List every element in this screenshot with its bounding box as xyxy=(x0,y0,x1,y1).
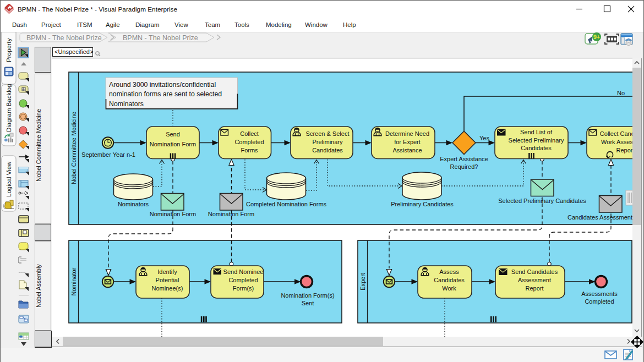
svg-text:9+: 9+ xyxy=(593,34,600,40)
svg-text:Candidates: Candidates xyxy=(312,147,343,153)
svg-text:Assistance: Assistance xyxy=(392,147,422,153)
svg-text:nomination forms are sent to s: nomination forms are sent to selected xyxy=(109,90,222,98)
svg-text:Around 3000 invitations/confid: Around 3000 invitations/confidential xyxy=(109,81,216,89)
svg-text:Nomination Form: Nomination Form xyxy=(150,141,196,147)
svg-text:Expert: Expert xyxy=(359,273,366,290)
svg-text:Selected Preliminary: Selected Preliminary xyxy=(509,137,564,144)
svg-text:Required?: Required? xyxy=(450,163,478,170)
svg-text:Logical View: Logical View xyxy=(6,161,12,197)
svg-text:Expert Assistance: Expert Assistance xyxy=(440,156,488,162)
svg-text:Candidates: Candidates xyxy=(521,145,552,151)
svg-text:Diagram Backlog: Diagram Backlog xyxy=(6,84,12,132)
svg-text:Determine Need: Determine Need xyxy=(385,130,429,137)
svg-text:Preliminary: Preliminary xyxy=(312,139,343,145)
svg-text:Property: Property xyxy=(6,38,12,62)
svg-text:BPMN - The Nobel Prize: BPMN - The Nobel Prize xyxy=(123,34,198,42)
svg-text:Collect: Collect xyxy=(240,130,259,137)
svg-text:Send Nominee: Send Nominee xyxy=(223,268,264,275)
svg-text:Potential: Potential xyxy=(156,277,179,283)
svg-text:BPMN - The Nobel Prize: BPMN - The Nobel Prize xyxy=(26,34,102,42)
svg-text:Report: Report xyxy=(616,147,632,153)
svg-text:Nominators: Nominators xyxy=(118,201,149,207)
svg-text:Identify: Identify xyxy=(157,268,177,275)
svg-text:Send: Send xyxy=(166,131,180,138)
svg-text:Assessments: Assessments xyxy=(581,290,618,297)
svg-text:No: No xyxy=(617,90,625,96)
svg-text:Nomination Form: Nomination Form xyxy=(150,211,196,217)
svg-text:Completed: Completed xyxy=(585,298,614,305)
svg-text:Send Candidates: Send Candidates xyxy=(511,268,558,275)
svg-text:Collect Candidates: Collect Candidates xyxy=(600,130,632,137)
svg-text:Sent: Sent xyxy=(302,300,314,306)
svg-text:for Expert: for Expert xyxy=(394,139,421,145)
svg-text:Yes: Yes xyxy=(479,135,489,141)
svg-text:Candidates: Candidates xyxy=(434,277,465,283)
svg-text:Report: Report xyxy=(525,285,543,292)
svg-text:Assessment: Assessment xyxy=(518,277,551,283)
svg-text:Nominators: Nominators xyxy=(109,100,144,108)
svg-text:Nomination Form(s): Nomination Form(s) xyxy=(281,292,334,299)
svg-text:Assess: Assess xyxy=(439,268,459,275)
svg-text:Completed Nomination Forms: Completed Nomination Forms xyxy=(246,201,327,207)
svg-text:Nominee(s): Nominee(s) xyxy=(152,285,183,292)
svg-text:Candidates Assessment: Candidates Assessment xyxy=(567,214,632,221)
svg-text:Work: Work xyxy=(442,285,456,292)
svg-text:Completed: Completed xyxy=(234,139,264,145)
svg-text:Nominator: Nominator xyxy=(70,267,77,295)
svg-text:September Year n-1: September Year n-1 xyxy=(81,151,135,158)
svg-text:Screen & Select: Screen & Select xyxy=(306,130,350,137)
svg-text:Preliminary Candidates: Preliminary Candidates xyxy=(391,201,454,207)
svg-text:Forms: Forms xyxy=(241,147,258,153)
svg-text:Selected Preliminary Candidate: Selected Preliminary Candidates xyxy=(498,198,586,204)
svg-text:Send List of: Send List of xyxy=(520,129,553,135)
svg-text:Nobel Committee Medicine: Nobel Committee Medicine xyxy=(70,112,77,184)
svg-text:Form(s): Form(s) xyxy=(233,285,254,292)
svg-text:Completed: Completed xyxy=(228,277,258,283)
svg-text:Work Assessment: Work Assessment xyxy=(601,139,632,145)
svg-text:Nomination Form: Nomination Form xyxy=(208,211,254,217)
